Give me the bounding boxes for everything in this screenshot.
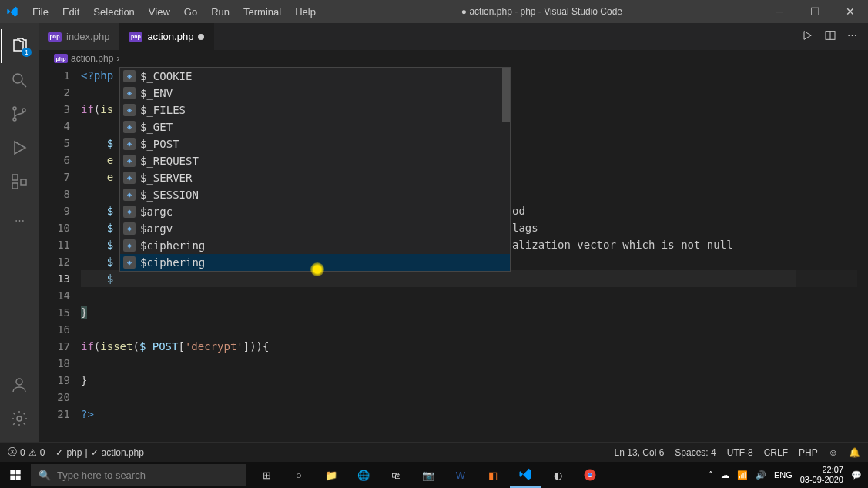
variable-icon: ◈: [123, 104, 136, 116]
tray-network-icon[interactable]: 📶: [737, 470, 748, 480]
activity-search[interactable]: [1, 63, 38, 97]
svg-rect-14: [10, 470, 15, 474]
taskbar-search[interactable]: 🔍 Type here to search: [31, 464, 246, 486]
taskbar-app-word[interactable]: W: [445, 462, 476, 488]
status-spaces[interactable]: Spaces: 4: [675, 447, 716, 458]
taskbar-app-camera[interactable]: 📷: [413, 462, 444, 488]
taskbar-app-chrome[interactable]: [575, 462, 605, 488]
ac-item-get[interactable]: ◈$_GET: [120, 119, 510, 135]
gear-icon: [10, 409, 28, 428]
ac-item-argc[interactable]: ◈$argc: [120, 203, 510, 220]
editor-tabs: php index.php php action.php ⋯: [39, 23, 868, 50]
taskbar-app-eclipse[interactable]: ◐: [542, 462, 573, 488]
autocomplete-popup[interactable]: ◈$_COOKIE ◈$_ENV ◈$_FILES ◈$_GET ◈$_POST…: [119, 67, 511, 272]
minimap[interactable]: [796, 67, 857, 442]
menu-selection[interactable]: Selection: [87, 3, 140, 21]
taskbar-app-store[interactable]: 🛍: [380, 462, 411, 488]
tray-notifications-icon[interactable]: 💬: [851, 470, 862, 480]
taskview-icon[interactable]: ⊞: [251, 462, 282, 488]
ac-item-session[interactable]: ◈$_SESSION: [120, 186, 510, 203]
tray-volume-icon[interactable]: 🔊: [756, 470, 766, 480]
activity-explorer[interactable]: 1: [1, 29, 38, 63]
activity-debug[interactable]: [1, 131, 38, 165]
svg-point-3: [13, 118, 16, 121]
activity-scm[interactable]: [1, 97, 38, 131]
statusbar: ⓧ0 ⚠0 ✓php | ✓action.php Ln 13, Col 6 Sp…: [0, 442, 868, 462]
ac-item-cookie[interactable]: ◈$_COOKIE: [120, 68, 510, 85]
taskbar-app-xampp[interactable]: ◧: [478, 462, 508, 488]
activity-account[interactable]: [1, 368, 38, 402]
activity-settings[interactable]: [1, 402, 38, 436]
close-button[interactable]: ✕: [833, 0, 868, 23]
window-title: ● action.php - php - Visual Studio Code: [322, 6, 762, 17]
variable-icon: ◈: [123, 206, 136, 218]
status-lang-server[interactable]: ✓php | ✓action.php: [55, 447, 144, 458]
taskbar-app-browser[interactable]: 🌐: [348, 462, 379, 488]
ac-item-post[interactable]: ◈$_POST: [120, 135, 510, 152]
status-problems[interactable]: ⓧ0 ⚠0: [8, 446, 45, 459]
autocomplete-scrollbar[interactable]: [502, 68, 510, 122]
php-file-icon: php: [54, 54, 68, 63]
tray-clock[interactable]: 22:07 03-09-2020: [800, 465, 843, 485]
menu-file[interactable]: File: [26, 3, 55, 21]
bell-icon: 🔔: [849, 447, 860, 458]
run-icon[interactable]: [801, 29, 813, 44]
code-area[interactable]: <?php if(is $ e e $ $ $ $ $ } if(isset($…: [81, 67, 868, 442]
activity-extensions[interactable]: [1, 165, 38, 199]
tab-modified-indicator: [198, 34, 204, 40]
debug-icon: [10, 139, 28, 157]
check-icon: ✓: [55, 447, 63, 458]
svg-point-20: [588, 473, 592, 477]
variable-icon: ◈: [123, 70, 136, 82]
branch-icon: [10, 105, 28, 123]
doc-hint: od lags alization vector which is not nu…: [512, 202, 733, 253]
warning-icon: ⚠: [28, 447, 37, 458]
tab-label: action.php: [147, 31, 193, 42]
tab-index-php[interactable]: php index.php: [39, 23, 119, 50]
maximize-button[interactable]: ☐: [797, 0, 833, 23]
start-button[interactable]: [0, 462, 31, 488]
breadcrumb[interactable]: php action.php ›: [39, 50, 868, 67]
tray-onedrive-icon[interactable]: ☁: [721, 470, 729, 480]
status-eol[interactable]: CRLF: [764, 447, 788, 458]
ac-item-request[interactable]: ◈$_REQUEST: [120, 152, 510, 169]
editor[interactable]: 1 2 3 4 5 6 7 8 9 10 11 12 13 14 15 16 1…: [39, 67, 868, 442]
status-notifications[interactable]: 🔔: [849, 447, 860, 458]
menu-run[interactable]: Run: [205, 3, 236, 21]
svg-point-4: [22, 109, 25, 112]
menu-go[interactable]: Go: [178, 3, 203, 21]
ellipsis-icon: ⋯: [15, 215, 25, 226]
split-editor-icon[interactable]: [824, 29, 836, 44]
variable-icon: ◈: [123, 172, 136, 184]
variable-icon: ◈: [123, 121, 136, 133]
taskbar-app-cortana[interactable]: ○: [283, 462, 314, 488]
ac-item-server[interactable]: ◈$_SERVER: [120, 169, 510, 186]
status-language[interactable]: PHP: [799, 447, 818, 458]
menu-terminal[interactable]: Terminal: [237, 3, 287, 21]
variable-icon: ◈: [123, 155, 136, 167]
ac-item-env[interactable]: ◈$_ENV: [120, 85, 510, 102]
status-feedback[interactable]: ☺: [829, 447, 838, 458]
tray-language-icon[interactable]: ENG: [774, 470, 793, 480]
taskbar-app-explorer[interactable]: 📁: [316, 462, 347, 488]
menu-view[interactable]: View: [142, 3, 176, 21]
activity-more[interactable]: ⋯: [1, 203, 38, 237]
ac-item-files[interactable]: ◈$_FILES: [120, 102, 510, 119]
status-encoding[interactable]: UTF-8: [727, 447, 753, 458]
menu-help[interactable]: Help: [289, 3, 322, 21]
menu-edit[interactable]: Edit: [56, 3, 85, 21]
ac-item-argv[interactable]: ◈$argv: [120, 220, 510, 237]
editor-scrollbar[interactable]: [857, 67, 868, 442]
tray-chevron-up-icon[interactable]: ˄: [709, 470, 713, 480]
minimize-button[interactable]: ─: [762, 0, 797, 23]
php-file-icon: php: [48, 32, 62, 42]
more-actions-icon[interactable]: ⋯: [847, 29, 857, 44]
explorer-badge: 1: [22, 48, 32, 57]
tab-action-php[interactable]: php action.php: [119, 23, 214, 50]
variable-icon: ◈: [123, 138, 136, 150]
taskbar-app-vscode[interactable]: [510, 462, 541, 488]
ac-item-ciphering1[interactable]: ◈$ciphering: [120, 237, 510, 254]
status-ln-col[interactable]: Ln 13, Col 6: [615, 447, 665, 458]
account-icon: [10, 376, 28, 394]
windows-taskbar: 🔍 Type here to search ⊞ ○ 📁 🌐 🛍 📷 W ◧ ◐ …: [0, 462, 868, 488]
